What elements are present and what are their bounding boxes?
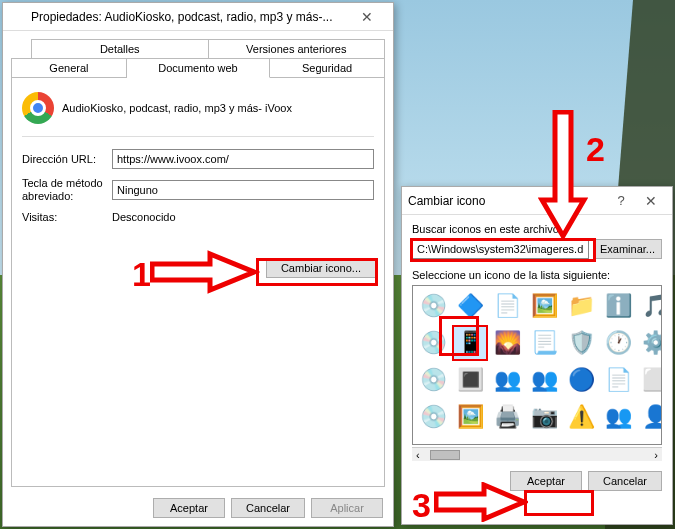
icon-app[interactable]: 🔷 <box>454 290 486 322</box>
icon-users[interactable]: 👥 <box>528 364 560 396</box>
icon-warning[interactable]: ⚠️ <box>565 401 597 433</box>
icon-media-player[interactable]: 📱 <box>454 327 486 359</box>
properties-title: Propiedades: AudioKiosko, podcast, radio… <box>31 10 347 24</box>
aplicar-button[interactable]: Aplicar <box>311 498 383 518</box>
icon-people[interactable]: 👥 <box>602 401 634 433</box>
tab-seguridad[interactable]: Seguridad <box>270 58 385 78</box>
url-label: Dirección URL: <box>22 153 112 165</box>
icon-photo[interactable]: 🖼️ <box>454 401 486 433</box>
icon-info[interactable]: ℹ️ <box>602 290 634 322</box>
icon-file[interactable]: 📄 <box>602 364 634 396</box>
icon-music[interactable]: 🎵 <box>639 290 662 322</box>
icon-folder[interactable]: 📁 <box>565 290 597 322</box>
tab-documento-web[interactable]: Documento web <box>127 58 270 78</box>
change-icon-titlebar[interactable]: Cambiar icono ? ✕ <box>402 187 672 215</box>
icon-image[interactable]: 🖼️ <box>528 290 560 322</box>
icon-cd-rom[interactable]: 💿 <box>417 364 449 396</box>
arrow-3-icon <box>434 482 528 522</box>
icon-printer[interactable]: 🖨️ <box>491 401 523 433</box>
shortcut-name: AudioKiosko, podcast, radio, mp3 y más- … <box>62 102 292 114</box>
icon-camera[interactable]: 📷 <box>528 401 560 433</box>
tab-general[interactable]: General <box>11 58 127 78</box>
annotation-3: 3 <box>412 486 431 525</box>
icon-picture[interactable]: 🌄 <box>491 327 523 359</box>
icon-settings[interactable]: ⚙️ <box>639 327 662 359</box>
icon-blank[interactable]: ⬜ <box>639 364 662 396</box>
arrow-1-icon <box>150 250 260 294</box>
url-input[interactable] <box>112 149 374 169</box>
close-icon[interactable]: ✕ <box>347 3 387 30</box>
close-icon[interactable]: ✕ <box>636 187 666 214</box>
scroll-right-icon[interactable]: › <box>650 449 662 461</box>
icon-shield[interactable]: 🛡️ <box>565 327 597 359</box>
aceptar-button[interactable]: Aceptar <box>153 498 225 518</box>
icon-path-input[interactable] <box>412 239 589 259</box>
icon-list[interactable]: 💿🔷📄🖼️📁ℹ️🎵💿📱🌄📃🛡️🕐⚙️💿🔳👥👥🔵📄⬜💿🖼️🖨️📷⚠️👥👤 <box>412 285 662 445</box>
cancelar-button[interactable]: Cancelar <box>588 471 662 491</box>
icon-disc[interactable]: 💿 <box>417 290 449 322</box>
tab-versiones[interactable]: Versiones anteriores <box>209 39 386 59</box>
annotation-1: 1 <box>132 255 151 294</box>
icon-window[interactable]: 🔳 <box>454 364 486 396</box>
cancelar-button[interactable]: Cancelar <box>231 498 305 518</box>
annotation-2: 2 <box>586 130 605 169</box>
icon-user[interactable]: 👤 <box>639 401 662 433</box>
arrow-2-icon <box>538 110 588 240</box>
icon-scrollbar[interactable]: ‹ › <box>412 447 662 461</box>
icon-page[interactable]: 📄 <box>491 290 523 322</box>
select-label: Seleccione un icono de la lista siguient… <box>412 269 662 281</box>
visits-label: Visitas: <box>22 211 112 223</box>
help-icon[interactable]: ? <box>606 187 636 214</box>
icon-network[interactable]: 🔵 <box>565 364 597 396</box>
search-label: Buscar iconos en este archivo: <box>412 223 662 235</box>
tab-detalles[interactable]: Detalles <box>31 39 209 59</box>
change-icon-dialog: Cambiar icono ? ✕ Buscar iconos en este … <box>401 186 673 525</box>
icon-clock[interactable]: 🕐 <box>602 327 634 359</box>
scroll-left-icon[interactable]: ‹ <box>412 449 424 461</box>
shortcut-label: Tecla de método abreviado: <box>22 177 112 203</box>
change-icon-button[interactable]: Cambiar icono... <box>266 258 376 278</box>
chrome-icon <box>22 92 54 124</box>
properties-titlebar[interactable]: Propiedades: AudioKiosko, podcast, radio… <box>3 3 393 31</box>
icon-doc[interactable]: 📃 <box>528 327 560 359</box>
shortcut-input[interactable] <box>112 180 374 200</box>
icon-cd-rw[interactable]: 💿 <box>417 401 449 433</box>
browse-button[interactable]: Examinar... <box>593 239 662 259</box>
visits-value: Desconocido <box>112 211 176 223</box>
icon-contacts[interactable]: 👥 <box>491 364 523 396</box>
icon-cd-r[interactable]: 💿 <box>417 327 449 359</box>
chrome-icon <box>9 9 25 25</box>
